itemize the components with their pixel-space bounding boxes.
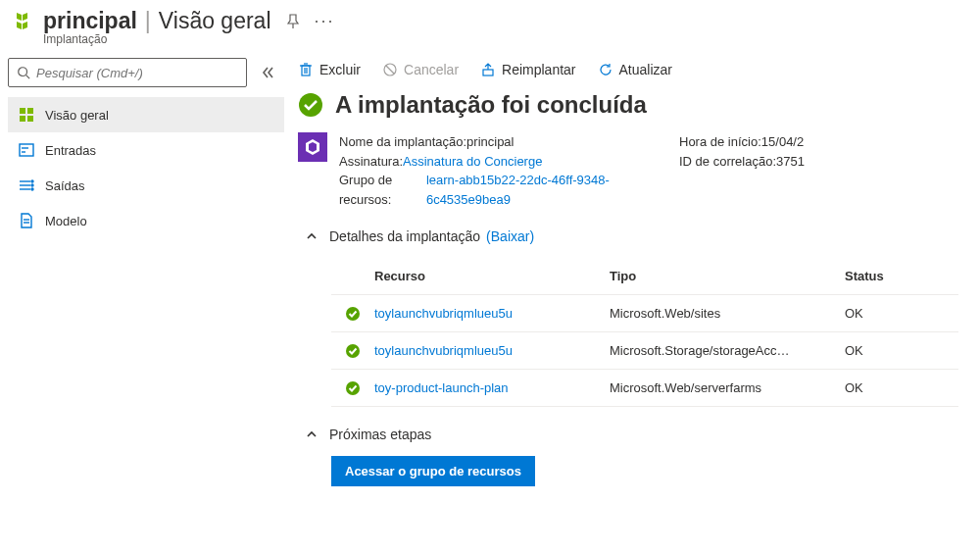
svg-point-16	[31, 180, 33, 182]
resource-icon	[10, 10, 35, 35]
pin-icon[interactable]	[285, 14, 301, 29]
page-subtitle: Visão geral	[159, 8, 271, 34]
success-icon	[345, 343, 361, 359]
svg-point-4	[19, 68, 27, 76]
start-time-value: 15/04/2	[761, 132, 804, 152]
title-separator: |	[145, 8, 151, 34]
svg-point-29	[299, 93, 322, 117]
sidebar-item-label: Modelo	[45, 214, 87, 228]
resource-link[interactable]: toylaunchvubriqmlueu5u	[374, 306, 610, 321]
success-icon	[345, 380, 361, 396]
col-resource: Recurso	[374, 269, 610, 283]
sidebar-item-outputs[interactable]: Saídas	[8, 168, 284, 203]
resource-type: Microsoft.Storage/storageAcc…	[610, 343, 845, 358]
download-link[interactable]: (Baixar)	[486, 228, 534, 244]
resource-type: Microsoft.Web/serverfarms	[610, 380, 845, 395]
table-row: toylaunchvubriqmlueu5u Microsoft.Storage…	[331, 332, 958, 370]
collapse-sidebar-icon[interactable]	[261, 66, 274, 79]
main-content: Excluir Cancelar Reimplantar Atualizar	[284, 52, 980, 486]
redeploy-button[interactable]: Reimplantar	[480, 62, 575, 77]
svg-line-5	[26, 76, 30, 79]
cancel-button: Cancelar	[382, 62, 459, 77]
resource-status: OK	[845, 343, 958, 358]
svg-rect-7	[27, 108, 33, 114]
resource-type: Microsoft.Web/sites	[610, 306, 845, 321]
sidebar-item-label: Visão geral	[45, 108, 109, 123]
svg-marker-0	[17, 13, 22, 21]
table-header-row: Recurso Tipo Status	[331, 258, 958, 295]
success-icon	[298, 92, 323, 118]
sidebar-item-template[interactable]: Modelo	[8, 203, 284, 238]
resource-status: OK	[845, 380, 958, 395]
sidebar-item-inputs[interactable]: Entradas	[8, 132, 284, 168]
deployment-name-label: Nome da implantação:	[339, 132, 466, 152]
svg-marker-2	[17, 22, 22, 29]
template-icon	[18, 213, 35, 228]
deployment-resources-table: Recurso Tipo Status toylaunchvubriqmlueu…	[331, 258, 958, 407]
chevron-up-icon	[306, 230, 318, 242]
svg-point-17	[31, 184, 33, 186]
go-to-resource-group-button[interactable]: Acessar o grupo de recursos	[331, 456, 535, 486]
svg-point-18	[31, 188, 33, 190]
sidebar-item-label: Entradas	[45, 143, 96, 158]
cancel-icon	[382, 62, 398, 77]
sidebar-item-label: Saídas	[45, 178, 84, 193]
page-title: principal	[43, 8, 137, 34]
resource-link[interactable]: toylaunchvubriqmlueu5u	[374, 343, 610, 358]
deployment-status: A implantação foi concluída	[298, 91, 980, 119]
search-input-wrapper[interactable]	[8, 58, 247, 87]
breadcrumb: Implantação	[43, 32, 335, 46]
next-steps-toggle[interactable]: Próximas etapas	[306, 427, 980, 442]
correlation-id-value: 3751	[776, 152, 805, 172]
refresh-icon	[598, 62, 613, 77]
arm-template-icon	[298, 132, 327, 162]
refresh-button[interactable]: Atualizar	[598, 62, 672, 77]
svg-rect-8	[20, 116, 25, 122]
search-icon	[17, 66, 30, 79]
deployment-name-value: principal	[466, 132, 514, 152]
svg-marker-3	[23, 22, 27, 29]
svg-rect-28	[483, 70, 493, 76]
resource-link[interactable]: toy-product-launch-plan	[374, 380, 610, 395]
resource-group-label: Grupo de recursos:	[339, 171, 426, 209]
col-status: Status	[845, 269, 958, 283]
table-row: toylaunchvubriqmlueu5u Microsoft.Web/sit…	[331, 295, 958, 332]
table-row: toy-product-launch-plan Microsoft.Web/se…	[331, 370, 958, 407]
correlation-id-label: ID de correlação:	[679, 152, 776, 172]
success-icon	[345, 306, 361, 322]
toolbar: Excluir Cancelar Reimplantar Atualizar	[298, 58, 980, 91]
start-time-label: Hora de início:	[679, 132, 761, 152]
svg-rect-10	[20, 144, 33, 156]
svg-rect-9	[27, 116, 33, 122]
deployment-summary: Nome da implantação: principal Assinatur…	[298, 132, 980, 209]
resource-status: OK	[845, 306, 958, 321]
subscription-link[interactable]: Assinatura do Concierge	[403, 152, 542, 172]
deployment-details-label: Detalhes da implantação	[329, 228, 480, 244]
next-steps-label: Próximas etapas	[329, 427, 431, 442]
col-type: Tipo	[610, 269, 845, 283]
subscription-label: Assinatura:	[339, 152, 403, 172]
deployment-status-title: A implantação foi concluída	[335, 91, 647, 119]
delete-button[interactable]: Excluir	[298, 62, 361, 77]
deployment-details-toggle[interactable]: Detalhes da implantação (Baixar)	[306, 228, 980, 244]
inputs-icon	[18, 142, 35, 158]
search-input[interactable]	[36, 66, 238, 80]
resource-group-link[interactable]: learn-abb15b22-22dc-46ff-9348-6c4535e9be…	[426, 171, 640, 209]
overview-icon	[18, 107, 35, 123]
svg-line-27	[386, 66, 394, 74]
more-icon[interactable]: ···	[315, 11, 335, 31]
outputs-icon	[18, 177, 35, 193]
svg-marker-1	[23, 13, 27, 21]
sidebar-item-overview[interactable]: Visão geral	[8, 97, 284, 132]
svg-marker-31	[309, 142, 317, 152]
svg-rect-6	[20, 108, 25, 114]
chevron-up-icon	[306, 428, 318, 440]
svg-rect-21	[302, 66, 310, 76]
page-header: principal | Visão geral ··· Implantação	[0, 0, 980, 52]
redeploy-icon	[480, 62, 496, 77]
sidebar: Visão geral Entradas Saídas Modelo	[0, 52, 284, 486]
delete-icon	[298, 62, 314, 77]
